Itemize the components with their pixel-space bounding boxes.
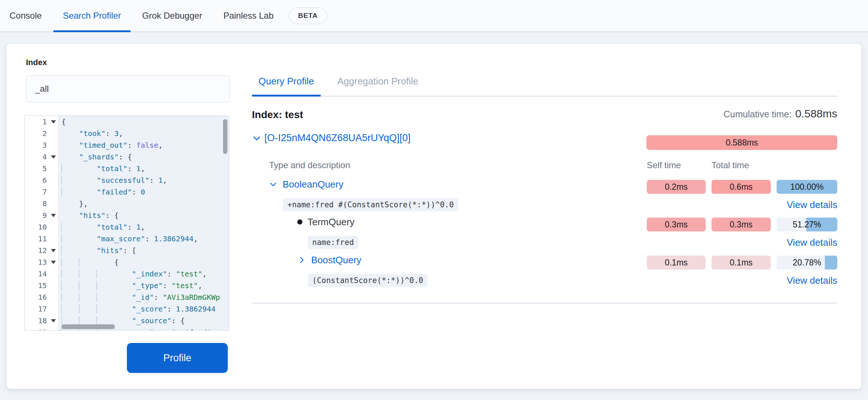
editor-line-number: 10 xyxy=(25,221,49,233)
top-tab-label: Search Profiler xyxy=(63,11,121,21)
editor-line-number: 3 xyxy=(25,139,49,151)
query-lucene-chip: +name:fred #(ConstantScore(*:*))^0.0 xyxy=(283,198,458,211)
editor-line: 19 "name": "fred" xyxy=(25,327,229,331)
editor-line: 3 "timed_out": false, xyxy=(25,139,229,151)
editor-vertical-scrollbar[interactable] xyxy=(223,119,227,154)
view-details-link[interactable]: View details xyxy=(787,197,837,213)
query-description-line: (ConstantScore(*:*))^0.0 xyxy=(252,272,837,288)
fold-toggle-icon[interactable] xyxy=(49,261,58,264)
editor-line-number: 13 xyxy=(25,256,49,268)
profile-row-termquery: TermQuery0.3ms0.3ms51.27%name:fredView d… xyxy=(252,214,837,250)
top-tab-grok-debugger[interactable]: Grok Debugger xyxy=(133,0,212,31)
total-time-badge: 0.3ms xyxy=(712,218,771,231)
editor-gutter: 11 xyxy=(25,233,58,245)
editor-code-text: "_id": "AVi3aRDmGKWp xyxy=(58,291,220,303)
profile-row-booleanquery: BooleanQuery0.2ms0.6ms100.00%+name:fred … xyxy=(252,176,837,213)
chevron-right-icon[interactable] xyxy=(297,256,306,264)
editor-code-text: "hits": [ xyxy=(58,245,136,256)
editor-line: 8 }, xyxy=(25,198,229,210)
fold-toggle-icon[interactable] xyxy=(49,214,58,217)
query-name[interactable]: BooleanQuery xyxy=(283,179,343,190)
editor-gutter: 8 xyxy=(25,198,58,210)
editor-gutter: 16 xyxy=(25,291,58,303)
query-description-line: name:fred xyxy=(252,234,837,250)
fold-toggle-icon[interactable] xyxy=(49,120,58,124)
editor-gutter: 15 xyxy=(25,280,58,291)
percent-label: 20.78% xyxy=(793,258,821,268)
editor-line-number: 6 xyxy=(25,174,49,186)
fold-toggle-icon[interactable] xyxy=(49,155,58,159)
shard-row: [O-I25nM4QN6Z68UA5rUYqQ][0] 0.588ms xyxy=(252,132,837,148)
editor-code-text: "_shards": { xyxy=(58,151,132,163)
editor-line-number: 5 xyxy=(25,163,49,174)
editor-code-text: "successful": 1, xyxy=(58,174,167,186)
view-details-link[interactable]: View details xyxy=(787,272,837,288)
editor-line-number: 16 xyxy=(25,291,49,303)
editor-code-text: "total": 1, xyxy=(58,163,145,174)
index-input[interactable] xyxy=(26,75,230,102)
query-lucene-chip: name:fred xyxy=(308,236,358,249)
editor-line-number: 18 xyxy=(25,315,49,327)
top-tab-label: Painless Lab xyxy=(223,11,273,21)
shard-expander-link[interactable]: [O-I25nM4QN6Z68UA5rUYqQ][0] xyxy=(252,132,411,144)
editor-code-text: "_index": "test", xyxy=(58,268,207,280)
editor-line: 12 "hits": [ xyxy=(25,245,229,256)
top-tab-painless-lab[interactable]: Painless Lab xyxy=(214,0,283,31)
total-time-badge: 0.6ms xyxy=(712,180,771,194)
editor-line-number: 8 xyxy=(25,198,49,210)
top-tab-search-profiler[interactable]: Search Profiler xyxy=(53,0,131,31)
index-title: Index: test xyxy=(252,109,303,121)
top-tab-label: Grok Debugger xyxy=(142,11,202,21)
chevron-down-icon xyxy=(252,133,261,143)
editor-line: 10 "total": 1, xyxy=(25,221,229,233)
editor-code-text: "total": 1, xyxy=(58,221,145,233)
cumulative-time: Cumulative time: 0.588ms xyxy=(724,107,837,120)
editor-gutter: 14 xyxy=(25,268,58,280)
percent-badge: 100.00% xyxy=(777,180,837,194)
table-headers: Type and description Self time Total tim… xyxy=(252,160,837,172)
beta-badge: BETA xyxy=(289,7,327,24)
editor-gutter: 1 xyxy=(25,116,58,128)
self-time-badge: 0.2ms xyxy=(647,180,706,194)
search-profiler-panel: Index 1{2 "took": 3,3 "timed_out": false… xyxy=(7,44,861,389)
editor-code-text: { xyxy=(58,256,119,268)
editor-code-text: "failed": 0 xyxy=(58,186,145,198)
index-title-row: Index: test Cumulative time: 0.588ms xyxy=(252,107,837,125)
index-field-label: Index xyxy=(26,58,47,67)
editor-code-text: "timed_out": false, xyxy=(58,139,163,151)
top-tab-console[interactable]: Console xyxy=(0,0,51,31)
editor-line-number: 7 xyxy=(25,186,49,198)
editor-line: 17 "_score": 1.3862944 xyxy=(25,303,229,315)
profile-button[interactable]: Profile xyxy=(127,343,228,373)
editor-horizontal-scrollbar[interactable] xyxy=(61,324,115,329)
editor-line: 18 "_source": { xyxy=(25,315,229,327)
editor-line-number: 12 xyxy=(25,245,49,256)
editor-line: 2 "took": 3, xyxy=(25,128,229,139)
chevron-down-icon[interactable] xyxy=(269,180,278,189)
devtools-tab-bar: ConsoleSearch ProfilerGrok DebuggerPainl… xyxy=(0,0,868,32)
editor-gutter: 6 xyxy=(25,174,58,186)
editor-gutter: 13 xyxy=(25,256,58,268)
editor-code-text: { xyxy=(58,116,66,128)
editor-code-text: }, xyxy=(58,198,88,210)
query-lucene-chip: (ConstantScore(*:*))^0.0 xyxy=(308,274,427,287)
fold-toggle-icon[interactable] xyxy=(49,249,58,252)
editor-line: 4 "_shards": { xyxy=(25,151,229,163)
editor-gutter: 9 xyxy=(25,210,58,221)
editor-line: 5 "total": 1, xyxy=(25,163,229,174)
editor-code-text: "_type": "test", xyxy=(58,280,202,291)
editor-gutter: 7 xyxy=(25,186,58,198)
query-name[interactable]: BoostQuery xyxy=(311,254,361,266)
editor-gutter: 18 xyxy=(25,315,58,327)
editor-gutter: 17 xyxy=(25,303,58,315)
percent-label: 100.00% xyxy=(790,182,824,192)
view-details-link[interactable]: View details xyxy=(787,234,837,250)
fold-toggle-icon[interactable] xyxy=(49,319,58,322)
tab-aggregation-profile[interactable]: Aggregation Profile xyxy=(331,67,425,96)
editor-line-number: 11 xyxy=(25,233,49,245)
editor-gutter: 10 xyxy=(25,221,58,233)
editor-code-text: "hits": { xyxy=(58,210,119,221)
tab-query-profile[interactable]: Query Profile xyxy=(252,67,321,96)
editor-line: 9 "hits": { xyxy=(25,210,229,221)
query-json-editor[interactable]: 1{2 "took": 3,3 "timed_out": false,4 "_s… xyxy=(24,116,229,331)
